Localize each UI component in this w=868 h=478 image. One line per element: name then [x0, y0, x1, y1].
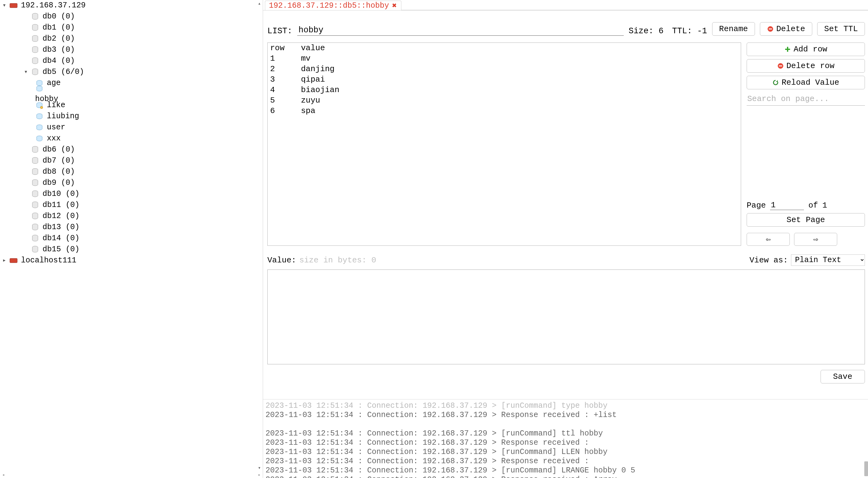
row-actions: Add row Delete row Reload Value Page of …: [747, 42, 865, 246]
tree-db-label: db8 (0): [42, 166, 75, 178]
tree-server-1[interactable]: ▾ 192.168.37.129: [0, 0, 263, 11]
tree-key-hobby[interactable]: hobby: [0, 89, 263, 100]
list-table[interactable]: row value 1mv 2danjing 3qipai 4biaojian …: [267, 42, 741, 246]
tab-key[interactable]: 192.168.37.129::db5::hobby ✖: [265, 1, 401, 10]
delete-icon: [767, 26, 774, 32]
database-icon: [30, 189, 40, 199]
plus-icon: [784, 46, 791, 53]
tree-key-like[interactable]: like: [0, 100, 263, 111]
tree-db-6[interactable]: ·db6 (0): [0, 144, 263, 155]
tree-db-13[interactable]: ·db13 (0): [0, 222, 263, 233]
console-line: 2023-11-03 12:51:34 : Connection: 192.16…: [266, 475, 617, 478]
tree-db-label: db1 (0): [42, 22, 75, 33]
delete-button[interactable]: Delete: [760, 22, 812, 36]
tree-db-7[interactable]: ·db7 (0): [0, 155, 263, 166]
tree-db-label: db13 (0): [42, 222, 80, 233]
ttl-label: TTL:: [672, 27, 692, 36]
svg-point-11: [40, 106, 43, 109]
value-bar: Value: size in bytes: 0 View as: Plain T…: [267, 254, 865, 266]
console-scrollbar[interactable]: [863, 400, 868, 478]
tree-db-14[interactable]: ·db14 (0): [0, 233, 263, 244]
tree-key-label: user: [46, 122, 66, 133]
tree-db-label: db4 (0): [42, 56, 75, 66]
connection-tree: ▴ ▾ 192.168.37.129 · db0 (0) · db1 (0) ·…: [0, 0, 263, 478]
viewas-select[interactable]: Plain Text: [791, 254, 865, 266]
tree-hscroll[interactable]: ◂ ▸: [0, 471, 263, 478]
tree-server-2[interactable]: ▸ localhost111: [0, 255, 263, 266]
console-line: 2023-11-03 12:51:34 : Connection: 192.16…: [266, 411, 617, 419]
table-row[interactable]: 3qipai: [268, 74, 741, 85]
database-icon: [30, 56, 40, 66]
console-line: 2023-11-03 12:51:34 : Connection: 192.16…: [266, 429, 603, 438]
table-row[interactable]: 4biaojian: [268, 85, 741, 95]
add-row-button[interactable]: Add row: [747, 42, 865, 56]
tree-key-liubing[interactable]: liubing: [0, 111, 263, 122]
page-label: Page: [747, 201, 766, 210]
tree-scroll-up-icon[interactable]: ▴: [256, 0, 263, 7]
tree-db-11[interactable]: ·db11 (0): [0, 199, 263, 211]
key-header: LIST: Size: 6 TTL: -1 Rename Delete Set …: [267, 22, 865, 36]
tree-db-3[interactable]: · db3 (0): [0, 44, 263, 56]
col-row: row: [268, 43, 299, 53]
set-page-button[interactable]: Set Page: [747, 213, 865, 227]
database-icon: [30, 145, 40, 155]
chevron-right-icon[interactable]: ▸: [0, 255, 9, 266]
chevron-down-icon[interactable]: ▾: [0, 0, 9, 11]
tree-db-label: db10 (0): [42, 189, 80, 199]
console-line: 2023-11-03 12:51:34 : Connection: 192.16…: [266, 466, 635, 475]
tab-bar: 192.168.37.129::db5::hobby ✖: [263, 0, 868, 10]
tree-db-label: db14 (0): [42, 233, 80, 244]
tab-title: 192.168.37.129::db5::hobby: [269, 1, 389, 10]
database-icon: [30, 245, 40, 254]
database-icon: [30, 200, 40, 210]
tree-db-8[interactable]: ·db8 (0): [0, 166, 263, 178]
page-total: 1: [823, 201, 827, 210]
tree-key-user[interactable]: user: [0, 122, 263, 133]
table-row[interactable]: 1mv: [268, 53, 741, 64]
tree-db-label: db12 (0): [42, 211, 80, 222]
size-value: 6: [658, 27, 663, 36]
tree-db-5[interactable]: ▾ db5 (6/0): [0, 66, 263, 77]
tree-key-xxx[interactable]: xxx: [0, 133, 263, 144]
svg-rect-30: [785, 49, 790, 50]
reload-value-button[interactable]: Reload Value: [747, 76, 865, 89]
key-name-input[interactable]: [297, 25, 624, 36]
database-icon: [30, 156, 40, 166]
tree-key-label: like: [46, 100, 66, 111]
delete-row-button[interactable]: Delete row: [747, 59, 865, 73]
arrow-left-icon: ⇦: [766, 234, 771, 244]
prev-page-button[interactable]: ⇦: [747, 233, 790, 246]
close-icon[interactable]: ✖: [392, 1, 397, 10]
next-page-button[interactable]: ⇨: [794, 233, 837, 246]
database-icon: [30, 34, 40, 44]
save-button[interactable]: Save: [820, 370, 865, 383]
set-ttl-button[interactable]: Set TTL: [817, 22, 865, 36]
table-row[interactable]: 5zuyu: [268, 95, 741, 106]
database-icon: [30, 211, 40, 221]
tree-db-label: db15 (0): [42, 244, 80, 255]
tree-db-4[interactable]: · db4 (0): [0, 56, 263, 66]
tree-scroll-down-icon[interactable]: ▾: [256, 465, 263, 471]
console-line: 2023-11-03 12:51:34 : Connection: 192.16…: [266, 401, 608, 410]
tree-db-2[interactable]: · db2 (0): [0, 33, 263, 44]
chevron-down-icon[interactable]: ▾: [22, 66, 30, 77]
table-row[interactable]: 2danjing: [268, 64, 741, 74]
database-icon: [30, 67, 40, 77]
tree-db-1[interactable]: · db1 (0): [0, 22, 263, 33]
tree-db-15[interactable]: ·db15 (0): [0, 244, 263, 255]
tree-db-12[interactable]: ·db12 (0): [0, 211, 263, 222]
tree-db-10[interactable]: ·db10 (0): [0, 189, 263, 199]
scroll-left-icon[interactable]: ◂: [0, 471, 7, 478]
search-input[interactable]: [747, 92, 865, 106]
rename-button[interactable]: Rename: [712, 22, 755, 36]
scroll-right-icon[interactable]: ▸: [256, 471, 263, 478]
tree-db-0[interactable]: · db0 (0): [0, 11, 263, 22]
value-size-hint: size in bytes: 0: [300, 256, 376, 265]
value-editor[interactable]: [267, 269, 865, 364]
tree-db-9[interactable]: ·db9 (0): [0, 178, 263, 189]
page-input[interactable]: [770, 200, 804, 210]
svg-rect-0: [10, 3, 17, 8]
server-icon: [9, 1, 19, 10]
key-type-label: LIST:: [267, 27, 292, 36]
table-row[interactable]: 6spa: [268, 106, 741, 116]
